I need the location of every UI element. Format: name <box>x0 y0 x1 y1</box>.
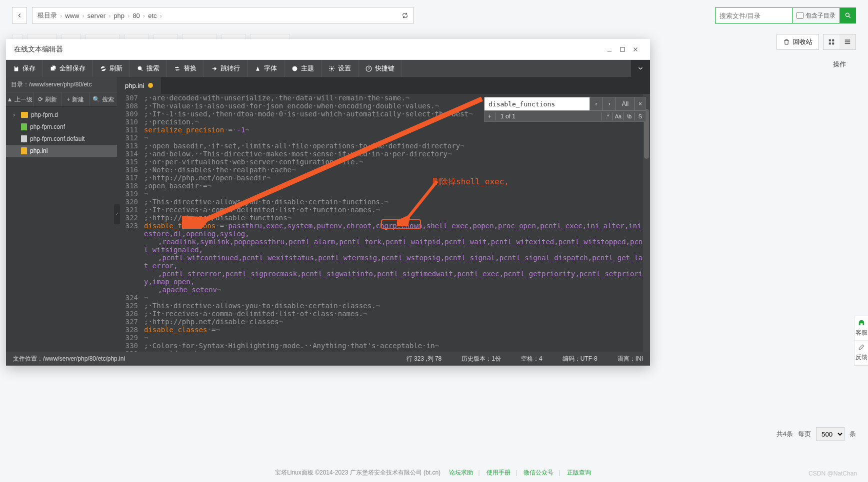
file-manager-topbar: 根目录› www› server› php› 80› etc› 包含子目录 <box>12 7 856 24</box>
trash-label: 回收站 <box>793 37 812 46</box>
crumb-www[interactable]: www <box>65 12 79 19</box>
tree-collapse-handle[interactable] <box>114 204 120 224</box>
refresh-icon <box>100 65 106 72</box>
svg-point-9 <box>138 66 142 70</box>
crumb-server[interactable]: server <box>88 12 106 19</box>
modified-dot-icon <box>148 83 153 88</box>
search-button[interactable] <box>840 7 856 23</box>
footer-text: 宝塔Linux面板 ©2014-2023 广东堡塔安全技术有限公司 (bt.cn… <box>275 469 440 476</box>
status-encoding[interactable]: 编码：UTF-8 <box>562 355 598 363</box>
search-panel: ‹ › All × + 1 of 1 .* Aa \b S <box>484 97 646 122</box>
font-icon <box>254 65 261 72</box>
per-page-select[interactable]: 500 <box>816 427 844 441</box>
status-file: 文件位置：/www/server/php/80/etc/php.ini <box>13 355 125 363</box>
search-opt-case[interactable]: Aa <box>612 112 624 120</box>
grid-view-button[interactable] <box>824 34 840 49</box>
shortcut-button[interactable]: ?快捷键 <box>358 60 402 77</box>
crumb-80[interactable]: 80 <box>132 12 140 19</box>
file-tree: 目录：/www/server/php/80/etc ▲ 上一级 ⟳ 刷新 + 新… <box>6 77 117 352</box>
theme-button[interactable]: 主题 <box>284 60 322 77</box>
code-editor[interactable]: 307;·are·decoded·with·unserialize,·the·d… <box>117 94 650 352</box>
search-editor-button[interactable]: 搜索 <box>130 60 167 77</box>
tree-row-folder[interactable]: ›php-fpm.d <box>6 109 117 121</box>
status-history[interactable]: 历史版本：1份 <box>462 355 501 363</box>
svg-point-11 <box>331 67 332 69</box>
trash-icon <box>783 38 790 45</box>
search-next-button[interactable]: › <box>602 97 616 110</box>
headset-icon <box>858 319 865 326</box>
per-page-suffix: 条 <box>850 430 856 439</box>
tree-refresh-button[interactable]: ⟳ 刷新 <box>34 92 62 106</box>
theme-icon <box>292 65 298 72</box>
save-button[interactable]: 保存 <box>6 60 43 77</box>
maximize-icon <box>619 46 626 53</box>
tree-row-file[interactable]: php-fpm.conf.default <box>6 133 117 145</box>
crumb-php[interactable]: php <box>114 12 124 19</box>
minimize-button[interactable] <box>603 43 616 56</box>
trash-button[interactable]: 回收站 <box>776 34 819 50</box>
side-tab-fankui[interactable]: 反馈 <box>854 341 868 365</box>
status-lang[interactable]: 语言：INI <box>618 355 643 363</box>
search-input[interactable] <box>715 7 792 23</box>
svg-rect-6 <box>845 41 850 42</box>
tree-new-button[interactable]: + 新建 <box>62 92 90 106</box>
side-tabs: 客服 反馈 <box>854 316 868 366</box>
save-all-button[interactable]: 全部保存 <box>43 60 93 77</box>
save-icon <box>13 65 20 72</box>
footer-link-wechat[interactable]: 微信公众号 <box>524 469 554 476</box>
modal-title-text: 在线文本编辑器 <box>14 45 63 54</box>
tree-row-file[interactable]: php-fpm.conf <box>6 121 117 133</box>
search-expand-button[interactable]: + <box>484 112 496 120</box>
file-icon <box>21 147 27 154</box>
crumb-root[interactable]: 根目录 <box>38 11 57 20</box>
search-close-button[interactable]: × <box>634 97 646 110</box>
file-icon <box>21 123 27 130</box>
total-count: 共4条 <box>776 430 793 439</box>
footer-link-manual[interactable]: 使用手册 <box>486 469 510 476</box>
maximize-button[interactable] <box>616 43 629 56</box>
breadcrumb[interactable]: 根目录› www› server› php› 80› etc› <box>32 7 397 24</box>
search-field[interactable] <box>484 97 590 110</box>
editor-toolbar: 保存 全部保存 刷新 搜索 替换 跳转行 字体 主题 设置 ?快捷键 <box>6 60 650 77</box>
include-subdir-label[interactable]: 包含子目录 <box>792 7 840 23</box>
search-all-button[interactable]: All <box>616 97 634 110</box>
include-subdir-checkbox[interactable] <box>796 12 804 19</box>
chevron-left-icon <box>115 212 119 217</box>
font-button[interactable]: 字体 <box>248 60 284 77</box>
goto-button[interactable]: 跳转行 <box>204 60 248 77</box>
svg-rect-4 <box>832 42 834 44</box>
search-opt-regex[interactable]: .* <box>602 112 612 120</box>
status-spaces[interactable]: 空格：4 <box>521 355 542 363</box>
settings-button[interactable]: 设置 <box>322 60 358 77</box>
crumb-etc[interactable]: etc <box>148 12 156 19</box>
list-icon <box>844 38 851 45</box>
search-opt-s[interactable]: S <box>634 112 646 120</box>
scrollbar[interactable] <box>643 94 650 352</box>
tree-search-button[interactable]: 🔍 搜索 <box>90 92 117 106</box>
search-prev-button[interactable]: ‹ <box>590 97 602 110</box>
tab-php-ini[interactable]: php.ini <box>117 77 162 94</box>
close-button[interactable] <box>629 43 642 56</box>
modal-titlebar[interactable]: 在线文本编辑器 <box>6 39 650 60</box>
tree-row-file-active[interactable]: php.ini <box>6 145 117 157</box>
save-all-icon <box>50 65 56 72</box>
svg-rect-3 <box>829 42 831 44</box>
refresh-button[interactable] <box>396 7 414 24</box>
replace-button[interactable]: 替换 <box>167 60 204 77</box>
footer-link-genuine[interactable]: 正版查询 <box>567 469 591 476</box>
tree-up-button[interactable]: ▲ 上一级 <box>6 92 34 106</box>
list-view-button[interactable] <box>840 34 856 49</box>
search-count: 1 of 1 <box>496 112 602 120</box>
search-icon <box>137 65 144 72</box>
side-tab-kefu[interactable]: 客服 <box>854 316 868 341</box>
grid-icon <box>828 38 835 45</box>
svg-rect-7 <box>845 43 850 44</box>
view-toggle[interactable] <box>823 34 856 50</box>
refresh-editor-button[interactable]: 刷新 <box>93 60 130 77</box>
toolbar-more-button[interactable] <box>631 60 650 77</box>
search-opt-word[interactable]: \b <box>624 112 634 120</box>
footer-link-forum[interactable]: 论坛求助 <box>449 469 473 476</box>
back-button[interactable] <box>12 7 27 24</box>
status-cursor[interactable]: 行 323 ,列 78 <box>406 355 442 363</box>
table-header-op: 操作 <box>833 60 846 69</box>
